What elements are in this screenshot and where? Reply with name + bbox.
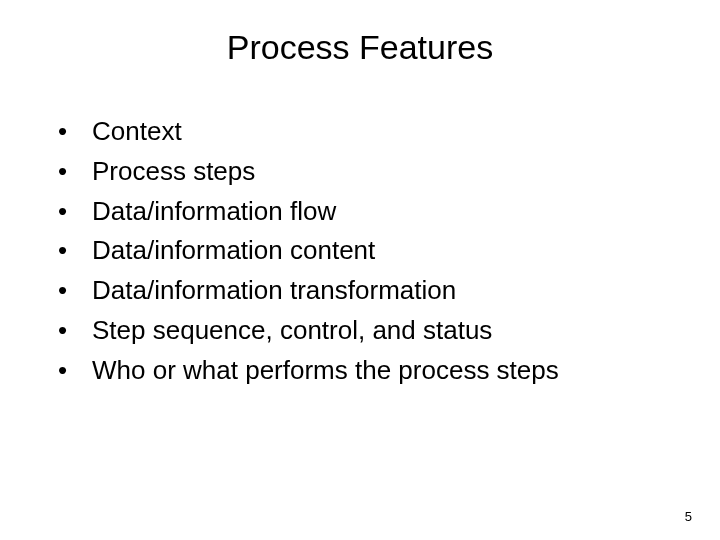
bullet-list: • Context • Process steps • Data/informa… [40,115,680,388]
bullet-icon: • [58,274,92,308]
bullet-icon: • [58,115,92,149]
page-number: 5 [685,509,692,524]
bullet-text: Who or what performs the process steps [92,354,559,388]
bullet-text: Data/information content [92,234,375,268]
bullet-icon: • [58,155,92,189]
slide-title: Process Features [40,28,680,67]
bullet-icon: • [58,314,92,348]
list-item: • Step sequence, control, and status [58,314,680,348]
bullet-text: Data/information transformation [92,274,456,308]
bullet-icon: • [58,195,92,229]
bullet-text: Process steps [92,155,255,189]
slide-container: Process Features • Context • Process ste… [0,0,720,540]
bullet-text: Data/information flow [92,195,336,229]
bullet-icon: • [58,234,92,268]
list-item: • Data/information flow [58,195,680,229]
bullet-icon: • [58,354,92,388]
list-item: • Who or what performs the process steps [58,354,680,388]
list-item: • Context [58,115,680,149]
list-item: • Process steps [58,155,680,189]
bullet-text: Context [92,115,182,149]
list-item: • Data/information transformation [58,274,680,308]
list-item: • Data/information content [58,234,680,268]
bullet-text: Step sequence, control, and status [92,314,492,348]
